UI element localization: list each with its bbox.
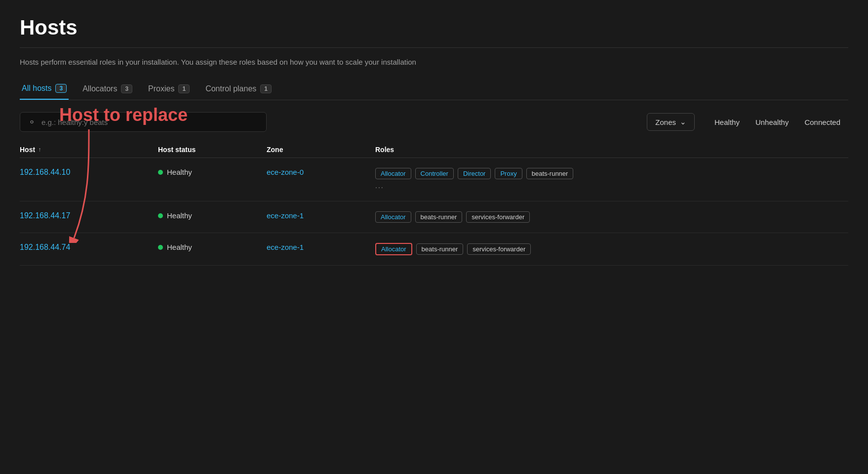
status-healthy: Healthy xyxy=(158,168,267,176)
role-badge-allocator[interactable]: Allocator xyxy=(375,211,411,223)
toolbar: ⚬ Zones ⌄ Healthy Unhealthy Connected xyxy=(20,112,848,132)
status-cell: Healthy xyxy=(158,168,267,176)
zone-link[interactable]: ece-zone-1 xyxy=(267,243,304,251)
tab-all-hosts[interactable]: All hosts 3 xyxy=(20,80,69,100)
title-divider xyxy=(20,47,848,48)
roles-cell: Allocator Controller Director Proxy beat… xyxy=(375,168,848,191)
role-badge-beats-runner[interactable]: beats-runner xyxy=(526,168,574,179)
table-row: Host to replace 192.168.44.74 Healthy xyxy=(20,233,848,266)
more-roles-indicator: ··· xyxy=(375,183,848,191)
search-icon: ⚬ xyxy=(28,117,36,127)
status-healthy: Healthy xyxy=(158,211,267,220)
role-badge-controller[interactable]: Controller xyxy=(415,168,454,179)
role-badge-services-forwarder[interactable]: services-forwarder xyxy=(467,243,531,255)
roles-list: Allocator beats-runner services-forwarde… xyxy=(375,211,848,223)
host-cell: 192.168.44.74 xyxy=(20,243,158,252)
zone-link[interactable]: ece-zone-1 xyxy=(267,211,304,220)
search-bar[interactable]: ⚬ xyxy=(20,112,267,132)
status-text: Healthy xyxy=(167,243,192,251)
tab-control-planes-badge: 1 xyxy=(260,84,272,93)
host-cell: 192.168.44.17 xyxy=(20,211,158,220)
tab-all-hosts-label: All hosts xyxy=(22,84,51,93)
zone-link[interactable]: ece-zone-0 xyxy=(267,168,304,176)
role-badge-services-forwarder[interactable]: services-forwarder xyxy=(466,211,530,223)
status-dot xyxy=(158,170,163,175)
host-link[interactable]: 192.168.44.74 xyxy=(20,243,70,251)
connected-filter[interactable]: Connected xyxy=(796,118,848,126)
tab-control-planes[interactable]: Control planes 1 xyxy=(203,80,274,99)
tab-allocators-label: Allocators xyxy=(82,84,117,93)
table-header: Host ↑ Host status Zone Roles xyxy=(20,142,848,158)
tab-allocators-badge: 3 xyxy=(121,84,132,93)
healthy-filter[interactable]: Healthy xyxy=(707,118,748,126)
col-host-status: Host status xyxy=(158,146,267,154)
search-input[interactable] xyxy=(41,118,258,126)
zones-dropdown-button[interactable]: Zones ⌄ xyxy=(647,113,695,131)
roles-cell: Allocator beats-runner services-forwarde… xyxy=(375,211,848,223)
role-badge-proxy[interactable]: Proxy xyxy=(495,168,522,179)
filter-group: Zones ⌄ Healthy Unhealthy Connected xyxy=(647,113,848,131)
zone-cell: ece-zone-0 xyxy=(267,168,375,176)
role-badge-allocator[interactable]: Allocator xyxy=(375,168,411,179)
zone-cell: ece-zone-1 xyxy=(267,243,375,251)
col-roles: Roles xyxy=(375,146,848,154)
col-host: Host ↑ xyxy=(20,146,158,154)
roles-cell: Allocator beats-runner services-forwarde… xyxy=(375,243,848,255)
tab-control-planes-label: Control planes xyxy=(205,84,256,93)
tab-allocators[interactable]: Allocators 3 xyxy=(80,80,134,99)
status-healthy: Healthy xyxy=(158,243,267,251)
status-cell: Healthy xyxy=(158,211,267,220)
status-dot xyxy=(158,245,163,250)
table-row: 192.168.44.10 Healthy ece-zone-0 Allocat… xyxy=(20,158,848,201)
tab-bar: All hosts 3 Allocators 3 Proxies 1 Contr… xyxy=(20,80,848,100)
status-dot xyxy=(158,213,163,218)
host-link[interactable]: 192.168.44.10 xyxy=(20,168,70,176)
status-cell: Healthy xyxy=(158,243,267,251)
table-row: 192.168.44.17 Healthy ece-zone-1 Allocat… xyxy=(20,201,848,233)
roles-list: Allocator beats-runner services-forwarde… xyxy=(375,243,848,255)
roles-list: Allocator Controller Director Proxy beat… xyxy=(375,168,848,179)
tab-proxies[interactable]: Proxies 1 xyxy=(146,80,192,99)
role-badge-director[interactable]: Director xyxy=(458,168,491,179)
role-badge-beats-runner[interactable]: beats-runner xyxy=(416,243,464,255)
chevron-down-icon: ⌄ xyxy=(680,118,686,126)
sort-icon: ↑ xyxy=(38,146,41,153)
status-text: Healthy xyxy=(167,211,192,220)
unhealthy-filter[interactable]: Unhealthy xyxy=(748,118,797,126)
host-link[interactable]: 192.168.44.17 xyxy=(20,211,70,220)
tab-proxies-label: Proxies xyxy=(148,84,174,93)
role-badge-beats-runner[interactable]: beats-runner xyxy=(415,211,463,223)
tab-proxies-badge: 1 xyxy=(178,84,190,93)
page-description: Hosts perform essential roles in your in… xyxy=(20,58,848,66)
host-cell: 192.168.44.10 xyxy=(20,168,158,177)
zones-label: Zones xyxy=(655,118,676,126)
col-zone: Zone xyxy=(267,146,375,154)
status-text: Healthy xyxy=(167,168,192,176)
page-title: Hosts xyxy=(20,16,848,40)
tab-all-hosts-badge: 3 xyxy=(55,84,67,93)
hosts-table: Host ↑ Host status Zone Roles 192.168.44… xyxy=(20,142,848,266)
role-badge-allocator-highlighted[interactable]: Allocator xyxy=(375,243,412,255)
zone-cell: ece-zone-1 xyxy=(267,211,375,220)
